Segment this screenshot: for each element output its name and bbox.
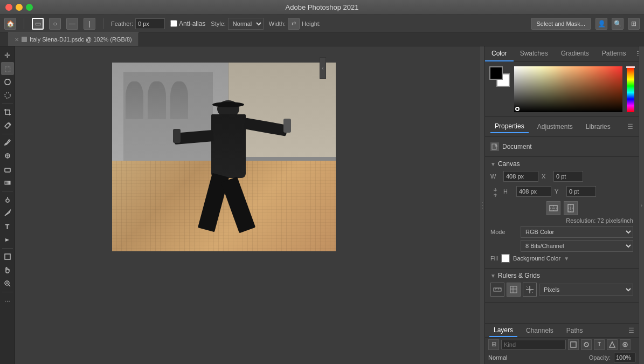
rulers-ruler-icon[interactable] (490, 283, 504, 297)
brush-tool[interactable] (1, 136, 14, 149)
marquee-tool[interactable]: ⬚ (1, 62, 14, 75)
more-tools[interactable]: ··· (1, 294, 14, 307)
bits-select[interactable]: 8 Bits/Channel (521, 240, 633, 252)
feather-input[interactable] (135, 18, 165, 29)
tab-layers[interactable]: Layers (489, 324, 517, 337)
shape-tool[interactable] (1, 250, 14, 263)
fg-bg-colors[interactable] (489, 66, 510, 87)
close-button[interactable] (5, 4, 12, 11)
marquee-ellipse-icon[interactable]: ○ (49, 18, 61, 30)
opacity-input[interactable] (614, 353, 635, 362)
move-tool[interactable]: ✛ (1, 49, 14, 61)
minimize-button[interactable] (16, 4, 23, 11)
marquee-single-col-icon[interactable]: | (84, 18, 95, 30)
tab-color[interactable]: Color (485, 46, 514, 61)
hue-strip[interactable] (627, 66, 634, 112)
filter-kind-icon[interactable]: ⊞ (488, 339, 499, 350)
canvas-landscape-icon[interactable] (546, 201, 560, 215)
workspace-icon[interactable]: ⊞ (628, 18, 640, 30)
search-icon[interactable]: 🔍 (612, 18, 624, 30)
rulers-unit-select[interactable]: Pixels (539, 284, 633, 296)
canvas-section: ▼ Canvas W X (485, 157, 639, 269)
pen-tool[interactable] (1, 207, 14, 219)
link-chain-icon[interactable] (490, 187, 500, 198)
fill-dropdown-icon[interactable]: ▼ (564, 256, 569, 262)
marquee-rect-icon[interactable]: ▭ (32, 18, 44, 30)
marquee-single-row-icon[interactable]: — (66, 18, 78, 30)
properties-panel: Properties Adjustments Libraries ☰ Docum… (485, 117, 639, 323)
filter-smart-icon[interactable] (620, 339, 631, 350)
canvas-container (112, 63, 336, 251)
layers-panel-menu-icon[interactable]: ☰ (628, 327, 634, 334)
tab-properties[interactable]: Properties (490, 120, 529, 133)
select-mask-button[interactable]: Select and Mask... (531, 18, 592, 30)
user-icon[interactable]: 👤 (595, 18, 607, 30)
zoom-tool[interactable] (1, 277, 14, 290)
eraser-tool[interactable] (1, 163, 14, 176)
tab-close-icon[interactable]: ✕ (15, 37, 19, 43)
traffic-lights (5, 4, 33, 11)
tab-patterns[interactable]: Patterns (595, 46, 633, 61)
canvas-x-input[interactable] (553, 171, 583, 182)
maximize-button[interactable] (26, 4, 33, 11)
canvas-image[interactable] (112, 63, 336, 251)
filter-adjust-icon[interactable] (581, 339, 592, 350)
canvas-width-input[interactable] (503, 171, 538, 182)
svg-point-13 (482, 202, 483, 203)
rulers-guides-icon[interactable] (523, 283, 537, 297)
quick-select-tool[interactable] (1, 89, 14, 102)
anti-alias-check[interactable] (170, 20, 177, 27)
canvas-portrait-icon[interactable] (564, 201, 578, 215)
dodge-tool[interactable] (1, 193, 14, 206)
rulers-collapse-icon: ▼ (490, 273, 496, 279)
tab-doc-icon (22, 37, 27, 42)
canvas-area[interactable]: ‹ (15, 46, 480, 364)
filter-pixel-icon[interactable] (568, 339, 579, 350)
layers-panel-tabs: Layers Channels Paths ☰ (485, 323, 639, 337)
swap-icon[interactable]: ⇄ (288, 18, 300, 30)
rulers-grid-icon[interactable] (507, 283, 521, 297)
properties-panel-header: Properties Adjustments Libraries ☰ (485, 117, 639, 137)
home-icon[interactable]: 🏠 (4, 18, 16, 30)
hand-tool[interactable] (1, 264, 14, 277)
canvas-section-header[interactable]: ▼ Canvas (490, 160, 633, 168)
tab-paths[interactable]: Paths (562, 325, 587, 336)
mode-select[interactable]: RGB Color (521, 226, 633, 238)
tab-swatches[interactable]: Swatches (514, 46, 555, 61)
properties-panel-menu-icon[interactable]: ☰ (627, 123, 633, 131)
svg-rect-28 (510, 286, 517, 293)
color-gradient-picker[interactable] (514, 66, 622, 112)
canvas-height-input[interactable] (516, 186, 551, 197)
clone-tool[interactable] (1, 149, 14, 162)
layers-search-input[interactable] (501, 340, 566, 349)
height-label: H (503, 188, 513, 195)
rulers-section-header[interactable]: ▼ Rulers & Grids (490, 272, 633, 279)
anti-alias-checkbox[interactable]: Anti-alias (170, 20, 205, 28)
mode-row: Mode RGB Color (490, 226, 633, 238)
panel-collapse-button[interactable]: ‹ (320, 57, 326, 79)
style-label: Style: (211, 20, 226, 27)
path-select-tool[interactable] (1, 233, 14, 246)
lasso-tool[interactable] (1, 75, 14, 88)
rulers-section: ▼ Rulers & Grids Pixels (485, 269, 639, 303)
tab-gradients[interactable]: Gradients (555, 46, 595, 61)
gradient-tool[interactable] (1, 176, 14, 189)
foreground-color-swatch[interactable] (489, 66, 503, 80)
style-select[interactable]: Normal (228, 18, 264, 30)
fill-color-swatch[interactable] (501, 254, 510, 263)
document-tab[interactable]: ✕ Italy Siena-DJ1.psdc @ 102% (RGB/8) (8, 32, 139, 46)
crop-tool[interactable] (1, 106, 14, 119)
filter-text-icon[interactable]: T (594, 339, 605, 350)
svg-line-10 (9, 285, 10, 286)
tab-adjustments[interactable]: Adjustments (533, 121, 577, 133)
eyedropper-tool[interactable] (1, 119, 14, 132)
canvas-y-input[interactable] (566, 186, 596, 197)
tab-channels[interactable]: Channels (522, 325, 558, 336)
document-item: Document (490, 140, 633, 153)
panel-expand-button[interactable]: › (639, 46, 644, 364)
panel-resize-handle[interactable] (480, 46, 484, 364)
svg-point-15 (482, 208, 483, 209)
filter-shape-icon[interactable] (607, 339, 618, 350)
text-tool[interactable]: T (1, 220, 14, 233)
tab-libraries[interactable]: Libraries (581, 121, 615, 133)
